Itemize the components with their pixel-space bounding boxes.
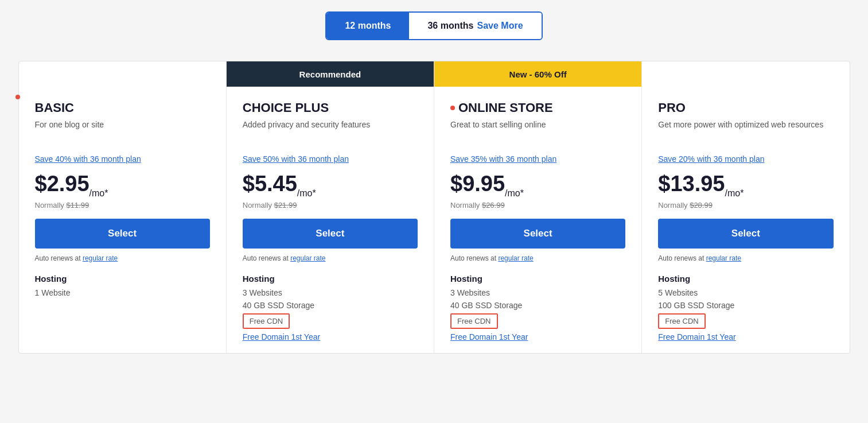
free-domain-link-choice-plus[interactable]: Free Domain 1st Year (243, 332, 418, 341)
hosting-item-online-store: 3 Websites (450, 288, 625, 297)
auto-renew-basic: Auto renews at regular rate (35, 254, 210, 262)
hosting-label-pro: Hosting (658, 274, 833, 284)
save-link-choice-plus[interactable]: Save 50% with 36 month plan (243, 154, 418, 164)
plan-col-choice-plus: Recommended CHOICE PLUS Added privacy an… (227, 61, 434, 353)
auto-renew-choice-plus: Auto renews at regular rate (243, 254, 418, 262)
plan-name-choice-plus: CHOICE PLUS (243, 100, 418, 115)
free-cdn-badge-choice-plus: Free CDN (243, 313, 290, 329)
toggle-36months[interactable]: 36 monthsSave More (409, 13, 541, 39)
auto-renew-online-store: Auto renews at regular rate (450, 254, 625, 262)
select-button-choice-plus[interactable]: Select (243, 219, 418, 249)
save-more-label: Save More (477, 21, 523, 30)
plan-desc-choice-plus: Added privacy and security features (243, 120, 418, 143)
hosting-section-online-store: Hosting 3 Websites40 GB SSD Storage Free… (450, 274, 625, 341)
plan-badge-basic (19, 61, 226, 87)
regular-rate-link-pro[interactable]: regular rate (706, 254, 741, 262)
hosting-item-online-store: 40 GB SSD Storage (450, 301, 625, 310)
regular-rate-link-basic[interactable]: regular rate (83, 254, 118, 262)
plan-name-basic: BASIC (35, 100, 210, 115)
plan-col-basic: BASIC For one blog or site Save 40% with… (19, 61, 227, 353)
plan-desc-pro: Get more power with optimized web resour… (658, 120, 833, 143)
price-normal-choice-plus: Normally $21.99 (243, 201, 418, 209)
save-link-basic[interactable]: Save 40% with 36 month plan (35, 154, 210, 164)
billing-toggle[interactable]: 12 months 36 monthsSave More (325, 11, 542, 40)
hosting-item-choice-plus: 40 GB SSD Storage (243, 301, 418, 310)
plan-col-pro: PRO Get more power with optimized web re… (642, 61, 849, 353)
plan-name-pro: PRO (658, 100, 833, 115)
toggle-12months[interactable]: 12 months (326, 13, 409, 39)
free-domain-link-online-store[interactable]: Free Domain 1st Year (450, 332, 625, 341)
plan-desc-basic: For one blog or site (35, 120, 210, 143)
save-link-online-store[interactable]: Save 35% with 36 month plan (450, 154, 625, 164)
hosting-section-pro: Hosting 5 Websites100 GB SSD Storage Fre… (658, 274, 833, 341)
price-normal-online-store: Normally $26.99 (450, 201, 625, 209)
price-normal-basic: Normally $11.99 (35, 201, 210, 209)
regular-rate-link-online-store[interactable]: regular rate (498, 254, 533, 262)
plan-name-dot-online-store (450, 106, 455, 110)
select-button-pro[interactable]: Select (658, 219, 833, 249)
hosting-item-basic: 1 Website (35, 288, 210, 297)
hosting-section-choice-plus: Hosting 3 Websites40 GB SSD Storage Free… (243, 274, 418, 341)
toggle-36months-label: 36 months (427, 21, 473, 30)
hosting-label-online-store: Hosting (450, 274, 625, 284)
plan-name-online-store: ONLINE STORE (450, 100, 625, 115)
top-dot-basic (15, 95, 20, 99)
price-online-store: $9.95/mo* (450, 172, 625, 199)
select-button-basic[interactable]: Select (35, 219, 210, 249)
hosting-item-pro: 5 Websites (658, 288, 833, 297)
auto-renew-pro: Auto renews at regular rate (658, 254, 833, 262)
plan-badge-online-store: New - 60% Off (434, 61, 641, 87)
regular-rate-link-choice-plus[interactable]: regular rate (290, 254, 325, 262)
free-domain-link-pro[interactable]: Free Domain 1st Year (658, 332, 833, 341)
price-choice-plus: $5.45/mo* (243, 172, 418, 199)
hosting-item-pro: 100 GB SSD Storage (658, 301, 833, 310)
free-cdn-badge-pro: Free CDN (658, 313, 706, 329)
plans-container: BASIC For one blog or site Save 40% with… (18, 61, 850, 354)
hosting-item-choice-plus: 3 Websites (243, 288, 418, 297)
hosting-label-basic: Hosting (35, 274, 210, 284)
plan-badge-choice-plus: Recommended (227, 61, 434, 87)
free-cdn-badge-online-store: Free CDN (450, 313, 498, 329)
plan-desc-online-store: Great to start selling online (450, 120, 625, 143)
price-pro: $13.95/mo* (658, 172, 833, 199)
save-link-pro[interactable]: Save 20% with 36 month plan (658, 154, 833, 164)
select-button-online-store[interactable]: Select (450, 219, 625, 249)
plan-badge-pro (642, 61, 849, 87)
plan-col-online-store: New - 60% Off ONLINE STORE Great to star… (434, 61, 642, 353)
hosting-section-basic: Hosting 1 Website (35, 274, 210, 297)
hosting-label-choice-plus: Hosting (243, 274, 418, 284)
price-normal-pro: Normally $28.99 (658, 201, 833, 209)
price-basic: $2.95/mo* (35, 172, 210, 199)
